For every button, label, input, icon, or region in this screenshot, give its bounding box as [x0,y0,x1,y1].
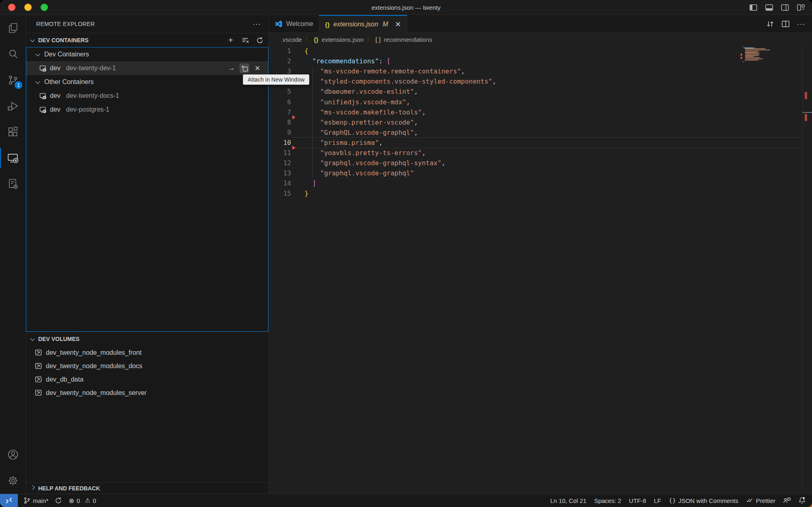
container-name: dev [50,92,60,99]
braces-icon: {} [669,497,676,504]
toggle-secondary-sidebar-icon[interactable] [781,4,789,11]
sidebar-more-actions-icon[interactable]: ··· [253,20,261,28]
add-container-icon[interactable]: + [226,36,235,45]
container-item-dev-twenty-dev-1[interactable]: devdev-twenty-dev-1→✕ [26,61,268,75]
breadcrumb-item[interactable]: extensions.json [322,36,363,43]
breadcrumb-item[interactable]: .vscode [281,36,302,43]
tab-extensions-json[interactable]: {}extensions.jsonM✕ [319,15,407,33]
attach-container-icon[interactable]: → [227,63,236,73]
minimap-line [745,57,760,58]
current-line-border [292,137,803,138]
json-braces-icon: {} [314,36,319,43]
status-item-formatter[interactable]: ✓✓Prettier [746,497,775,504]
volume-item-dev_twenty_node_modules_server[interactable]: dev_twenty_node_modules_server [26,386,268,399]
problems-item[interactable]: ⊗ 0 ⚠ 0 [69,497,96,505]
tree-group-label: Other Containers [44,78,94,86]
line-number: 1 [269,46,291,56]
vscode-logo-icon [274,20,283,28]
tab-label: Welcome [286,20,313,28]
refresh-icon[interactable] [255,36,264,45]
extensions-icon[interactable] [0,119,26,145]
status-item-notifications[interactable] [799,497,806,504]
split-editor-icon[interactable] [782,20,790,28]
code-line-5[interactable]: 5 "dbaeumer.vscode-eslint", [269,86,812,97]
code-line-4[interactable]: 4 "styled-components.vscode-styled-compo… [269,76,812,86]
chevron-down-icon [35,52,40,56]
code-line-11[interactable]: 11 "yoavbls.pretty-ts-errors", [269,148,812,158]
code-text: ] [304,178,316,188]
remote-explorer-icon[interactable] [0,145,26,171]
code-text: "ms-vscode.makefile-tools", [304,107,426,117]
close-tab-icon[interactable]: ✕ [395,20,401,29]
code-line-9[interactable]: 9 "GraphQL.vscode-graphql", [269,127,812,138]
volume-item-dev_twenty_node_modules_docs[interactable]: dev_twenty_node_modules_docs [26,359,268,373]
toggle-panel-icon[interactable] [765,4,773,11]
status-item-cursor-position[interactable]: Ln 10, Col 21 [550,497,586,504]
code-line-3[interactable]: 3 "ms-vscode-remote.remote-containers", [269,66,812,76]
git-branch-item[interactable]: main* [24,497,48,504]
section-help-and-feedback[interactable]: HELP AND FEEDBACK [26,482,268,494]
overview-git-deleted-mark [805,92,807,99]
tab-welcome[interactable]: Welcome [269,15,319,33]
status-item-eol[interactable]: LF [654,497,661,504]
code-line-10[interactable]: 10 "prisma.prisma", [269,138,812,148]
status-item-feedback[interactable] [783,497,791,504]
code-line-13[interactable]: 13 "graphql.vscode-graphql" [269,168,812,178]
sidebar-title: REMOTE EXPLORER [36,21,95,27]
container-item-dev-twenty-docs-1[interactable]: devdev-twenty-docs-1 [26,89,268,103]
scm-pending-badge: 1 [15,81,22,89]
code-line-8[interactable]: 8 "esbenp.prettier-vscode", [269,117,812,127]
customize-layout-icon[interactable] [797,4,805,11]
attach-new-window-icon[interactable] [240,63,249,73]
code-line-1[interactable]: 1{ [269,46,812,56]
code-line-14[interactable]: 14 ] [269,178,812,188]
container-item-dev-postgres-1[interactable]: devdev-postgres-1 [26,103,268,117]
dev-container-icon [39,65,47,72]
minimap-line [753,56,754,57]
run-debug-icon[interactable] [0,93,26,119]
code-line-15[interactable]: 15} [269,188,812,198]
section-dev-volumes[interactable]: DEV VOLUMES [26,332,268,346]
code-line-7[interactable]: 7 "ms-vscode.makefile-tools", [269,107,812,117]
clear-list-icon[interactable] [241,36,250,45]
code-line-12[interactable]: 12 "graphql.vscode-graphql-syntax", [269,158,812,168]
container-tools-icon[interactable] [0,171,26,197]
activity-bar: 1 [0,15,26,494]
tree-group-other-containers[interactable]: Other Containers [26,75,268,89]
stop-container-icon[interactable]: ✕ [253,63,262,73]
more-actions-icon[interactable]: ··· [797,20,806,28]
search-icon[interactable] [0,41,26,67]
status-item-language-mode[interactable]: {}JSON with Comments [669,497,738,504]
errors-icon: ⊗ [69,497,74,505]
code-editor[interactable]: 1{2 "recommendations": [3 "ms-vscode-rem… [269,46,812,494]
overview-ruler[interactable] [802,46,812,494]
settings-gear-icon[interactable] [0,468,26,494]
breadcrumb-item[interactable]: recommendations [384,36,432,43]
section-dev-containers[interactable]: DEV CONTAINERS + [26,33,268,47]
dev-container-icon [39,93,47,99]
vscode-window: extensions.json — twenty [0,0,812,507]
sync-changes-item[interactable] [55,497,62,504]
status-item-encoding[interactable]: UTF-8 [629,497,646,504]
status-item-indentation[interactable]: Spaces: 2 [594,497,621,504]
container-name: dev [50,65,60,72]
tree-group-label: Dev Containers [44,51,89,58]
remote-indicator[interactable] [0,494,18,507]
accounts-icon[interactable] [0,442,26,468]
volume-item-dev_twenty_node_modules_front[interactable]: dev_twenty_node_modules_front [26,346,268,359]
code-text: "esbenp.prettier-vscode", [304,117,418,127]
explorer-icon[interactable] [0,15,26,41]
minimap-line [758,55,759,56]
volume-item-dev_db_data[interactable]: dev_db_data [26,373,268,386]
code-text: "graphql.vscode-graphql" [304,168,414,178]
status-item-label: Prettier [756,497,775,504]
minimap[interactable] [740,46,801,95]
open-changes-icon[interactable] [766,20,774,28]
toggle-primary-sidebar-icon[interactable] [749,4,757,11]
code-line-2[interactable]: 2 "recommendations": [ [269,56,812,66]
source-control-icon[interactable]: 1 [0,67,26,93]
code-line-6[interactable]: 6 "unifiedjs.vscode-mdx", [269,97,812,107]
volume-label: dev_db_data [46,376,84,383]
volume-label: dev_twenty_node_modules_server [46,389,147,397]
tree-group-dev-containers[interactable]: Dev Containers [26,47,268,61]
